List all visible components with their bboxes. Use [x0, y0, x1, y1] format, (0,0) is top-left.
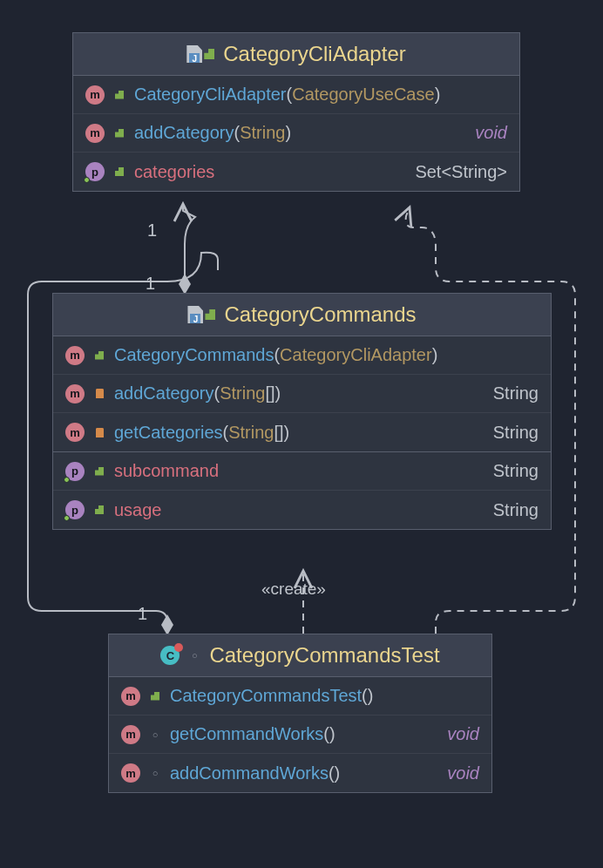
class-category-commands: CategoryCommands mCategoryCommands(Categ…	[52, 293, 552, 530]
priv-visibility-icon	[93, 426, 105, 438]
method-icon: m	[121, 763, 140, 783]
return-type: String	[493, 383, 539, 403]
class-header: CategoryCommandsTest	[109, 634, 491, 677]
property-icon: p	[65, 462, 85, 481]
svg-marker-1	[161, 614, 173, 635]
member-signature: addCommandWorks()	[170, 763, 438, 783]
member-row: maddCategory(String)void	[73, 114, 519, 153]
member-row: mCategoryCommands(CategoryCliAdapter)	[53, 336, 551, 375]
svg-marker-0	[179, 274, 191, 295]
method-icon: m	[85, 85, 105, 105]
method-icon: m	[65, 384, 85, 403]
member-signature: CategoryCommands(CategoryCliAdapter)	[114, 345, 539, 365]
java-class-icon	[187, 306, 215, 323]
class-category-commands-test: CategoryCommandsTest mCategoryCommandsTe…	[108, 634, 492, 793]
member-signature: getCategories(String[])	[114, 423, 484, 443]
class-title: CategoryCommandsTest	[209, 643, 439, 668]
member-row: mCategoryCommandsTest()	[109, 677, 491, 715]
class-title: CategoryCliAdapter	[223, 42, 405, 66]
return-type: void	[447, 763, 479, 783]
return-type: Set<String>	[415, 162, 507, 182]
members-section: mCategoryCommandsTest()mgetCommandWorks(…	[109, 677, 491, 792]
pub-visibility-icon	[93, 465, 105, 478]
member-signature: addCategory(String)	[134, 123, 466, 143]
member-row: maddCategory(String[])String	[53, 375, 551, 413]
return-type: void	[447, 724, 479, 744]
pub-visibility-icon	[93, 504, 105, 516]
return-type: void	[475, 123, 507, 143]
return-type: String	[493, 500, 539, 520]
java-class-icon	[186, 45, 214, 63]
member-row: psubcommandString	[53, 452, 551, 491]
pub-visibility-icon	[93, 349, 105, 362]
class-category-cli-adapter: CategoryCliAdapter mCategoryCliAdapter(C…	[72, 32, 520, 192]
class-header: CategoryCliAdapter	[73, 33, 519, 76]
method-icon: m	[85, 124, 105, 143]
members-section: mCategoryCliAdapter(CategoryUseCase)madd…	[73, 76, 519, 191]
member-row: mgetCategories(String[])String	[53, 413, 551, 451]
return-type: String	[493, 423, 539, 443]
multiplicity-1a: 1	[147, 220, 157, 241]
pub-visibility-icon	[149, 690, 161, 702]
pkg-visibility-icon	[149, 767, 161, 779]
member-row: maddCommandWorks()void	[109, 754, 491, 792]
member-signature: addCategory(String[])	[114, 383, 484, 403]
pub-visibility-icon	[113, 89, 125, 101]
package-visibility-icon	[188, 649, 200, 661]
method-icon: m	[65, 346, 85, 365]
test-class-icon	[160, 646, 180, 665]
member-row: pcategoriesSet<String>	[73, 153, 519, 191]
pkg-visibility-icon	[149, 729, 161, 741]
methods-section: mCategoryCommands(CategoryCliAdapter)mad…	[53, 336, 551, 452]
member-signature: subcommand	[114, 461, 484, 481]
stereotype-create: «create»	[261, 580, 326, 599]
member-signature: CategoryCommandsTest()	[170, 686, 479, 706]
member-row: mCategoryCliAdapter(CategoryUseCase)	[73, 76, 519, 114]
member-signature: getCommandWorks()	[170, 724, 438, 744]
priv-visibility-icon	[93, 388, 105, 400]
multiplicity-1b: 1	[146, 274, 155, 294]
method-icon: m	[65, 423, 85, 442]
property-icon: p	[85, 162, 105, 181]
property-icon: p	[65, 500, 85, 519]
member-row: pusageString	[53, 491, 551, 529]
class-title: CategoryCommands	[224, 302, 416, 327]
return-type: String	[493, 461, 539, 481]
pub-visibility-icon	[113, 166, 125, 178]
member-row: mgetCommandWorks()void	[109, 715, 491, 754]
pub-visibility-icon	[113, 127, 125, 139]
member-signature: categories	[134, 162, 406, 182]
props-section: psubcommandStringpusageString	[53, 452, 551, 529]
multiplicity-1c: 1	[138, 604, 147, 624]
member-signature: CategoryCliAdapter(CategoryUseCase)	[134, 85, 507, 105]
member-signature: usage	[114, 500, 484, 520]
method-icon: m	[121, 687, 140, 706]
method-icon: m	[121, 725, 140, 744]
class-header: CategoryCommands	[53, 294, 551, 336]
